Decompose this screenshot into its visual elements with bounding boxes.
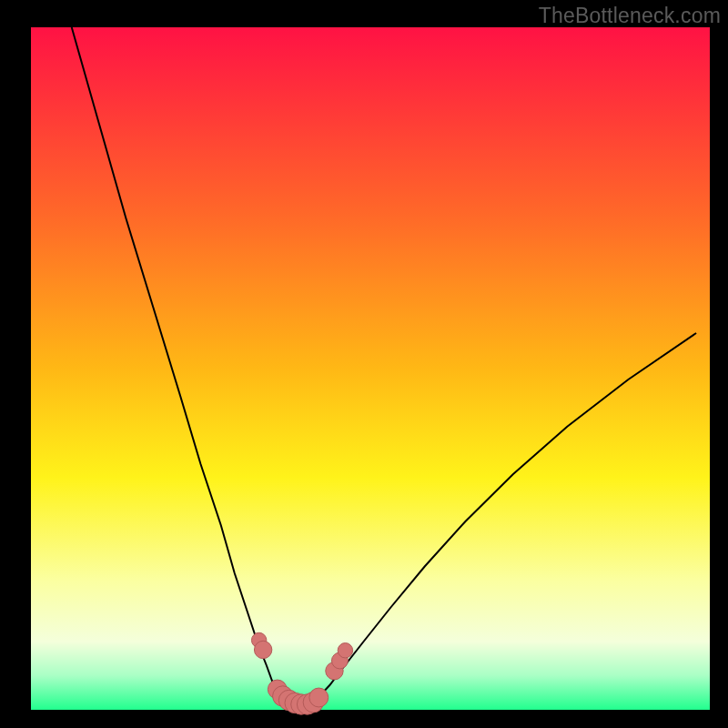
watermark-text: TheBottleneck.com bbox=[539, 4, 721, 28]
chart-stage: TheBottleneck.com bbox=[0, 0, 728, 728]
marker-dot bbox=[309, 688, 329, 707]
marker-dot bbox=[254, 641, 271, 658]
bottleneck-chart bbox=[0, 0, 728, 728]
plot-background bbox=[31, 27, 710, 710]
marker-dot bbox=[338, 643, 352, 658]
